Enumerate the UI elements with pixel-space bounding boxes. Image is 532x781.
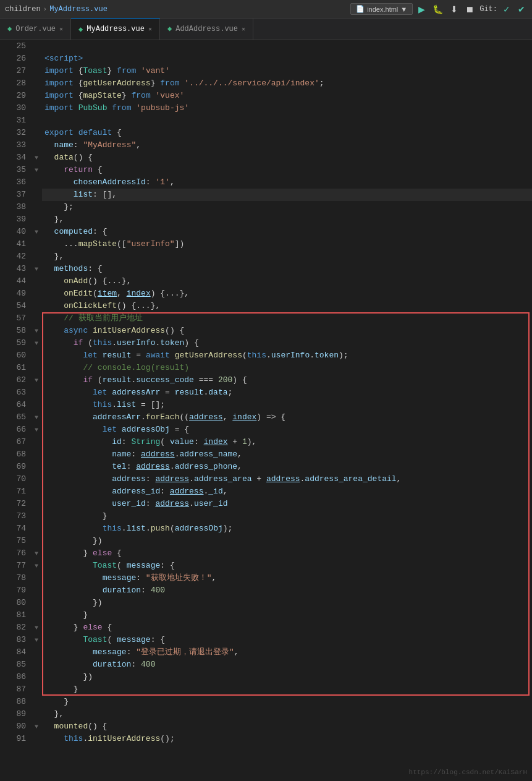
vue-icon: ◆ (167, 24, 172, 33)
fold-icon[interactable]: ▼ (31, 621, 42, 634)
fold-icon (31, 288, 42, 300)
code-line: let result = await getUserAddress(this.u… (42, 349, 532, 362)
code-line: methods: { (42, 263, 532, 275)
fold-icon (31, 201, 42, 213)
run-button[interactable]: ▶ (416, 4, 427, 14)
code-line: }) (42, 671, 532, 683)
code-line: }; (42, 201, 532, 213)
tab-close-myaddress[interactable]: ✕ (148, 25, 152, 33)
code-line: } else { (42, 547, 532, 560)
line-number: 38 (0, 201, 26, 213)
fold-icon (31, 572, 42, 584)
fold-icon (31, 485, 42, 498)
code-line: return { (42, 164, 532, 176)
git-check[interactable]: ✓ (501, 4, 512, 14)
tab-label: MyAddress.vue (87, 25, 145, 33)
code-line: } (42, 683, 532, 696)
step-button[interactable]: ⬇ (449, 4, 460, 14)
fold-icon (31, 65, 42, 77)
tab-close-addaddress[interactable]: ✕ (242, 25, 245, 33)
tab-addaddress-vue[interactable]: ◆ AddAddress.vue ✕ (160, 18, 253, 40)
fold-icon (31, 362, 42, 374)
line-number: 72 (0, 498, 26, 510)
fold-icon[interactable]: ▼ (31, 560, 42, 572)
code-line: } (42, 510, 532, 523)
code-line: async initUserAddress() { (42, 325, 532, 337)
fold-icon (31, 114, 42, 127)
fold-icon (31, 671, 42, 683)
dropdown-icon: ▼ (400, 6, 407, 13)
watermark: https://blog.csdn.net/KaiSarH (409, 769, 527, 776)
fold-icon[interactable]: ▼ (31, 720, 42, 733)
line-number: 88 (0, 696, 26, 708)
debug-button[interactable]: 🐛 (431, 4, 445, 14)
line-number: 64 (0, 399, 26, 411)
fold-icon[interactable]: ▼ (31, 226, 42, 238)
fold-icon[interactable]: ▼ (31, 337, 42, 349)
tab-myaddress-vue[interactable]: ◆ MyAddress.vue ✕ (71, 18, 160, 40)
code-line: let addressArr = result.data; (42, 386, 532, 399)
code-line: onClickLeft() {...}, (42, 300, 532, 312)
fold-icon[interactable]: ▼ (31, 424, 42, 436)
line-number: 78 (0, 572, 26, 584)
fold-icon (31, 510, 42, 523)
line-number: 42 (0, 250, 26, 263)
line-number: 73 (0, 510, 26, 523)
fold-icon (31, 102, 42, 114)
code-line: onEdit(item, index) {...}, (42, 288, 532, 300)
file-selector[interactable]: 📄 index.html ▼ (350, 3, 413, 15)
fold-icon[interactable]: ▼ (31, 411, 42, 424)
git-tick[interactable]: ✔ (516, 4, 527, 14)
code-line: this.initUserAddress(); (42, 733, 532, 745)
line-number: 60 (0, 349, 26, 362)
line-number: 75 (0, 535, 26, 547)
line-number: 63 (0, 386, 26, 399)
fold-icon (31, 448, 42, 461)
line-number: 69 (0, 461, 26, 473)
line-number: 58 (0, 325, 26, 337)
line-number: 87 (0, 683, 26, 696)
code-line: import PubSub from 'pubsub-js' (42, 102, 532, 114)
fold-icon[interactable]: ▼ (31, 164, 42, 176)
code-line: Toast( message: { (42, 634, 532, 646)
line-number: 57 (0, 312, 26, 325)
stop-button[interactable]: ⏹ (463, 4, 476, 14)
code-line: data() { (42, 152, 532, 164)
fold-icon (31, 683, 42, 696)
code-line: list: [], (42, 189, 532, 201)
fold-icon (31, 386, 42, 399)
fold-icon (31, 597, 42, 609)
fold-icon[interactable]: ▼ (31, 152, 42, 164)
fold-icon (31, 436, 42, 448)
fold-icon[interactable]: ▼ (31, 374, 42, 386)
line-number: 61 (0, 362, 26, 374)
tab-close-order[interactable]: ✕ (59, 25, 63, 33)
fold-icon (31, 213, 42, 226)
code-area[interactable]: <script>import {Toast} from 'vant'import… (42, 40, 532, 745)
line-number: 29 (0, 90, 26, 102)
tab-order-vue[interactable]: ◆ Order.vue ✕ (0, 18, 71, 40)
code-line: id: String( value: index + 1), (42, 436, 532, 448)
line-number: 82 (0, 621, 26, 634)
vue-icon: ◆ (7, 24, 12, 33)
line-number: 76 (0, 547, 26, 560)
fold-icon (31, 189, 42, 201)
tab-bar: ◆ Order.vue ✕ ◆ MyAddress.vue ✕ ◆ AddAdd… (0, 19, 532, 40)
line-number: 86 (0, 671, 26, 683)
fold-icon[interactable]: ▼ (31, 547, 42, 560)
line-number: 44 (0, 275, 26, 288)
fold-icon[interactable]: ▼ (31, 325, 42, 337)
code-line: }) (42, 535, 532, 547)
fold-icon (31, 696, 42, 708)
code-line: if (result.success_code === 200) { (42, 374, 532, 386)
line-number: 85 (0, 659, 26, 671)
code-line: computed: { (42, 226, 532, 238)
line-number: 25 (0, 40, 26, 53)
fold-icon[interactable]: ▼ (31, 263, 42, 275)
breadcrumb-file[interactable]: MyAddress.vue (49, 5, 108, 14)
line-number: 31 (0, 114, 26, 127)
line-number: 67 (0, 436, 26, 448)
fold-icon[interactable]: ▼ (31, 634, 42, 646)
code-line: duration: 400 (42, 584, 532, 597)
line-number: 41 (0, 238, 26, 250)
